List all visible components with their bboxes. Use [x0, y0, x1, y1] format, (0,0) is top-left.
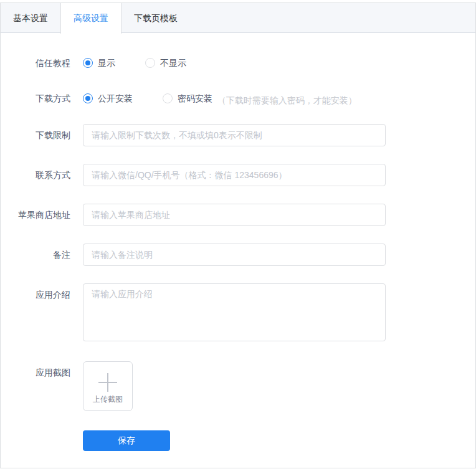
app-intro-label: 应用介绍: [11, 283, 83, 341]
advanced-settings-form: 信任教程 显示 不显示 下载方式 公开安装: [1, 33, 475, 451]
form-row-app-intro: 应用介绍: [11, 283, 465, 341]
contact-input[interactable]: [83, 164, 386, 186]
trust-tutorial-label: 信任教程: [11, 57, 83, 70]
radio-public-install[interactable]: 公开安装: [83, 92, 133, 105]
apple-store-input[interactable]: [83, 204, 386, 226]
trust-tutorial-radio-group: 显示 不显示: [83, 57, 214, 70]
radio-show[interactable]: 显示: [83, 57, 115, 69]
form-row-download-method: 下载方式 公开安装 密码安装 （下载时需要输入密码，才能安装）: [11, 92, 465, 107]
radio-hide-label: 不显示: [160, 57, 186, 69]
form-row-contact: 联系方式: [11, 164, 465, 186]
save-button[interactable]: 保存: [83, 430, 170, 451]
form-row-apple-store: 苹果商店地址: [11, 204, 465, 226]
app-intro-textarea[interactable]: [83, 283, 386, 341]
upload-screenshot-button[interactable]: 上传截图: [83, 361, 133, 411]
contact-label: 联系方式: [11, 164, 83, 186]
radio-public-install-label: 公开安装: [98, 92, 133, 105]
settings-card: 基本设置 高级设置 下载页模板 信任教程 显示 不显示 下载方式: [0, 2, 476, 468]
download-method-label: 下载方式: [11, 92, 83, 107]
form-row-remark: 备注: [11, 244, 465, 266]
download-method-radio-group: 公开安装 密码安装 （下载时需要输入密码，才能安装）: [83, 92, 357, 107]
radio-public-install-icon[interactable]: [83, 93, 93, 103]
upload-screenshot-text: 上传截图: [83, 394, 132, 405]
radio-hide[interactable]: 不显示: [145, 57, 186, 69]
remark-label: 备注: [11, 244, 83, 266]
app-screenshot-label: 应用截图: [11, 361, 83, 411]
form-row-trust-tutorial: 信任教程 显示 不显示: [11, 57, 465, 70]
tab-bar: 基本设置 高级设置 下载页模板: [1, 3, 475, 33]
form-row-download-limit: 下载限制: [11, 124, 465, 146]
download-limit-label: 下载限制: [11, 124, 83, 146]
remark-input[interactable]: [83, 244, 386, 266]
radio-password-install-label: 密码安装: [178, 92, 212, 105]
radio-hide-icon[interactable]: [145, 58, 155, 68]
form-row-app-screenshot: 应用截图 上传截图: [11, 361, 465, 411]
tab-advanced-settings[interactable]: 高级设置: [60, 3, 121, 34]
radio-show-label: 显示: [98, 57, 115, 69]
radio-password-install-icon[interactable]: [163, 93, 173, 103]
apple-store-label: 苹果商店地址: [11, 204, 83, 226]
tab-basic-settings[interactable]: 基本设置: [1, 3, 60, 32]
password-install-note: （下载时需要输入密码，才能安装）: [217, 95, 357, 105]
download-limit-input[interactable]: [83, 124, 386, 146]
radio-show-icon[interactable]: [83, 58, 93, 68]
radio-password-install[interactable]: 密码安装: [163, 92, 212, 105]
tab-download-page-template[interactable]: 下载页模板: [121, 3, 190, 32]
